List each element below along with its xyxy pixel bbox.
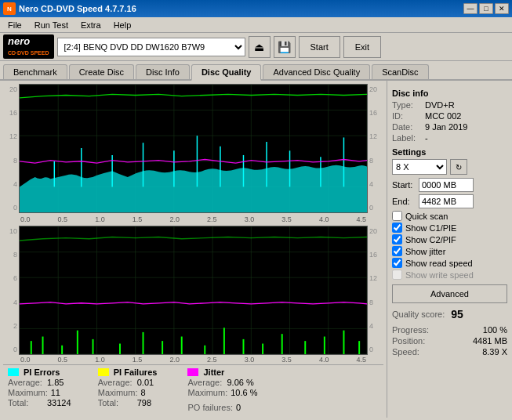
tab-benchmark[interactable]: Benchmark [3, 64, 67, 79]
jitter-avg-label: Average: [187, 378, 223, 387]
end-mb-row: End: [392, 194, 507, 208]
speed-label: Speed: [392, 347, 419, 357]
tab-scan-disc[interactable]: ScanDisc [372, 64, 428, 79]
jitter-color [187, 368, 198, 376]
quick-scan-checkbox[interactable] [392, 211, 402, 221]
top-chart-y-axis-left: 201612840 [3, 84, 19, 213]
start-mb-row: Start: [392, 178, 507, 192]
tab-bar: Benchmark Create Disc Disc Info Disc Qua… [0, 61, 512, 81]
menu-run-test[interactable]: Run Test [28, 19, 74, 31]
exit-button[interactable]: Exit [343, 36, 381, 58]
show-c2pif-row: Show C2/PIF [392, 234, 507, 244]
jitter-stat: Jitter Average: 9.06 % Maximum: 10.6 % P… [187, 368, 267, 412]
end-mb-label: End: [392, 197, 416, 206]
disc-info-title: Disc info [392, 89, 507, 98]
show-jitter-label: Show jitter [405, 247, 445, 256]
show-read-speed-row: Show read speed [392, 258, 507, 268]
top-chart-x-axis: 0.00.51.01.52.02.53.03.54.04.5 [3, 215, 383, 224]
show-c1pie-checkbox[interactable] [392, 223, 402, 233]
po-failures-value: 0 [236, 403, 267, 412]
pi-errors-total-label: Total: [8, 398, 44, 407]
pi-failures-color [98, 368, 109, 376]
show-c2pif-checkbox[interactable] [392, 234, 402, 244]
disc-id-row: ID: MCC 002 [392, 111, 507, 121]
right-panel: Disc info Type: DVD+R ID: MCC 002 Date: … [387, 81, 512, 418]
eject-button[interactable]: ⏏ [249, 36, 271, 58]
tab-disc-quality[interactable]: Disc Quality [191, 64, 262, 81]
show-c2pif-label: Show C2/PIF [405, 235, 456, 244]
quality-score-label: Quality score: [392, 310, 445, 319]
speed-row-prog: Speed: 8.39 X [392, 347, 507, 357]
show-write-speed-row: Show write speed [392, 270, 507, 280]
pi-failures-max-value: 8 [140, 388, 172, 397]
bottom-chart-y-axis-right: 201612840 [368, 226, 383, 355]
pi-errors-title: PI Errors [24, 368, 60, 377]
progress-label: Progress: [392, 325, 429, 335]
progress-row: Progress: 100 % [392, 325, 507, 335]
refresh-button[interactable]: ↻ [450, 159, 467, 175]
start-button[interactable]: Start [299, 36, 340, 58]
menu-extra[interactable]: Extra [74, 19, 107, 31]
chart-area: 201612840 [0, 81, 387, 418]
maximize-button[interactable]: □ [479, 3, 493, 14]
speed-select[interactable]: 8 X Max 2 X 4 X 16 X [392, 159, 447, 175]
show-c1pie-row: Show C1/PIE [392, 223, 507, 233]
show-jitter-checkbox[interactable] [392, 246, 402, 256]
disc-date-value: 9 Jan 2019 [425, 122, 467, 132]
jitter-title: Jitter [203, 368, 224, 377]
drive-select[interactable]: [2:4] BENQ DVD DD DW1620 B7W9 [57, 38, 245, 56]
position-row: Position: 4481 MB [392, 336, 507, 346]
toolbar: nero CD·DVD SPEED [2:4] BENQ DVD DD DW16… [0, 33, 512, 61]
save-button[interactable]: 💾 [274, 36, 296, 58]
pi-errors-max-label: Maximum: [8, 388, 48, 397]
speed-row: 8 X Max 2 X 4 X 16 X ↻ [392, 159, 507, 175]
pi-errors-avg-label: Average: [8, 378, 44, 387]
disc-label-row: Label: - [392, 133, 507, 143]
disc-label-label: Label: [392, 133, 422, 143]
quality-score-value: 95 [451, 308, 463, 320]
nero-logo: nero CD·DVD SPEED [3, 34, 54, 59]
pi-failures-title: PI Failures [114, 368, 158, 377]
pi-errors-color [8, 368, 19, 376]
show-write-speed-checkbox[interactable] [392, 270, 402, 280]
bottom-chart-svg [20, 226, 367, 354]
menu-help[interactable]: Help [107, 19, 138, 31]
main-content: 201612840 [0, 81, 512, 418]
disc-id-label: ID: [392, 111, 422, 121]
jitter-max-label: Maximum: [187, 388, 227, 397]
quick-scan-label: Quick scan [405, 212, 448, 221]
top-chart-svg [20, 85, 367, 212]
disc-date-row: Date: 9 Jan 2019 [392, 122, 507, 132]
pi-errors-stat: PI Errors Average: 1.85 Maximum: 11 Tota… [8, 368, 82, 412]
top-chart-y-axis-right: 201612840 [368, 84, 383, 213]
disc-type-value: DVD+R [425, 100, 455, 110]
pi-failures-total-value: 798 [137, 398, 169, 407]
progress-section: Progress: 100 % Position: 4481 MB Speed:… [392, 325, 507, 357]
quick-scan-row: Quick scan [392, 211, 507, 221]
advanced-button[interactable]: Advanced [392, 284, 507, 303]
start-mb-input[interactable] [419, 178, 474, 192]
close-button[interactable]: ✕ [495, 3, 509, 14]
menu-file[interactable]: File [2, 19, 28, 31]
show-read-speed-checkbox[interactable] [392, 258, 402, 268]
show-write-speed-label: Show write speed [405, 270, 474, 280]
jitter-avg-value: 9.06 % [227, 378, 258, 387]
disc-label-value: - [425, 133, 428, 143]
bottom-chart [19, 226, 368, 355]
show-jitter-row: Show jitter [392, 246, 507, 256]
position-value: 4481 MB [473, 336, 507, 346]
tab-advanced-disc-quality[interactable]: Advanced Disc Quality [263, 64, 370, 79]
disc-id-value: MCC 002 [425, 111, 461, 121]
title-bar-buttons: — □ ✕ [463, 3, 509, 14]
pi-failures-avg-label: Average: [98, 378, 134, 387]
start-mb-label: Start: [392, 180, 416, 190]
minimize-button[interactable]: — [463, 3, 478, 14]
title-bar-text: Nero CD-DVD Speed 4.7.7.16 [19, 4, 136, 13]
disc-type-row: Type: DVD+R [392, 100, 507, 110]
tab-create-disc[interactable]: Create Disc [69, 64, 134, 79]
pi-failures-stat: PI Failures Average: 0.01 Maximum: 8 Tot… [98, 368, 172, 412]
pi-errors-avg-value: 1.85 [47, 378, 78, 387]
end-mb-input[interactable] [419, 194, 474, 208]
tab-disc-info[interactable]: Disc Info [136, 64, 190, 79]
bottom-stats: PI Errors Average: 1.85 Maximum: 11 Tota… [3, 364, 383, 415]
